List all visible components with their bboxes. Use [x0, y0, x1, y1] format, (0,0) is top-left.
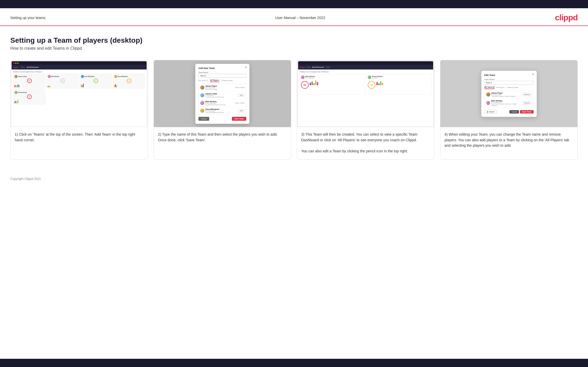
filter-label: Filter by name: [506, 87, 518, 88]
edit-player-info: Blair McHarg Plus HandicapRoyal North De…: [486, 100, 523, 106]
edit-team-name-label: Team Name *: [484, 78, 534, 80]
player-row: Blair McHarg Plus HandicapRoyal North De…: [199, 99, 246, 107]
trash-icon: 🗑: [487, 111, 489, 113]
player-info: Adrian Player Plus HandicapThe Shire Lon…: [200, 85, 218, 90]
edit-player-avatar: [486, 92, 490, 97]
edit-player-row: Adrian Player Plus HandicapThe Shire Lon…: [485, 91, 533, 99]
card-1: clippd Home My Performance Finding 5 out…: [10, 60, 148, 160]
card-1-text: 1) Click on 'Teams' at the top of the sc…: [15, 132, 144, 143]
edit-player-avatar: [486, 101, 490, 105]
page-title: Setting up a Team of players (desktop): [10, 36, 578, 45]
remove-player-button[interactable]: Remove: [522, 101, 532, 104]
edit-modal-footer: 🗑 Delete Cancel Save Team: [484, 110, 534, 114]
screenshot-3: clippd Home My Performance Teams Finding…: [297, 60, 434, 127]
save-team-button[interactable]: Save Team: [520, 110, 533, 113]
all-players-tab[interactable]: All Players: [496, 86, 505, 89]
edit-modal-title: Edit Team: [484, 74, 534, 76]
page-subtitle: How to create and edit Teams in Clippd: [10, 46, 578, 51]
my-team-tab[interactable]: My Team (2): [198, 80, 208, 82]
add-player-button[interactable]: Add: [238, 94, 245, 97]
edit-player-club: Plus HandicapThe Shire London, United Ki…: [491, 94, 516, 97]
edit-player-name: Adrian Player: [491, 92, 516, 94]
bottom-bar: [0, 359, 588, 367]
delete-button[interactable]: 🗑 Delete: [484, 110, 497, 114]
filter-checkbox[interactable]: [506, 87, 508, 88]
filter-tab[interactable]: Filter by name: [221, 80, 233, 81]
player-avatar: [200, 109, 204, 113]
player-info: Adrian Coliba 1 HandicapCentral London G…: [200, 93, 224, 98]
screenshot-1: clippd Home My Performance Finding 5 out…: [11, 60, 148, 127]
modal-tabs: My Team (2) All Players Filter by name: [198, 79, 246, 82]
player-info: Dave Billingham 5.5 HandicapThe Dog Magi…: [200, 108, 224, 113]
cards-row: clippd Home My Performance Finding 5 out…: [10, 60, 578, 160]
edit-player-info: Adrian Player Plus HandicapThe Shire Lon…: [486, 92, 516, 97]
close-icon[interactable]: ✕: [245, 66, 247, 69]
player-club: 1 HandicapCentral London Golf Centre: [205, 95, 224, 98]
player-list: Adrian Player Plus HandicapThe Shire Lon…: [198, 84, 246, 115]
player-name: Adrian Player: [205, 85, 218, 87]
header-center-text: User Manual – November 2022: [275, 16, 325, 20]
player-name: Dave Billingham: [205, 108, 224, 110]
player-name: Blair McHarg: [205, 101, 225, 102]
add-team-modal: Add New Team ✕ Team Name * Team A My Tea…: [195, 64, 249, 124]
header-left-text: Setting up your teams: [10, 16, 45, 20]
card-2: Add New Team ✕ Team Name * Team A My Tea…: [154, 60, 291, 160]
header: Setting up your teams User Manual – Nove…: [0, 8, 588, 26]
player-added-status: Player Added: [235, 87, 245, 88]
copyright-text: Copyright Clippd 2021: [10, 177, 41, 181]
edit-team-name-input[interactable]: Team A: [484, 81, 534, 85]
remove-player-button[interactable]: Remove: [522, 93, 532, 96]
player-club: Plus HandicapRoyal North Devon Golf Club: [205, 102, 225, 106]
edit-footer-right: Cancel Save Team: [509, 110, 534, 113]
cancel-button[interactable]: Cancel: [198, 117, 209, 121]
edit-player-club: Plus HandicapRoyal North Devon Golf Club…: [491, 102, 522, 106]
screenshot-4: Edit Team ✕ Team Name * Team A My Team (…: [440, 60, 577, 127]
card-1-body: 1) Click on 'Teams' at the top of the sc…: [11, 127, 148, 159]
card-2-body: 2) Type the name of this Team and then s…: [154, 127, 291, 159]
edit-player-row: Blair McHarg Plus HandicapRoyal North De…: [485, 99, 533, 108]
edit-modal-tabs: My Team (2) All Players Filter by name: [484, 86, 534, 89]
card-4-text: 4) When editing your Team, you can chang…: [444, 132, 573, 148]
edit-player-list: Adrian Player Plus HandicapThe Shire Lon…: [484, 91, 534, 108]
player-info: Blair McHarg Plus HandicapRoyal North De…: [200, 101, 225, 106]
main-content: Setting up a Team of players (desktop) H…: [0, 26, 588, 175]
card-3-body: 3) This Team will then be created. You c…: [297, 127, 434, 159]
player-added-status: Player Added: [235, 102, 245, 104]
add-player-button[interactable]: Add: [238, 109, 245, 112]
team-name-label: Team Name *: [198, 72, 246, 73]
all-players-tab[interactable]: All Players: [210, 79, 219, 82]
clippd-logo: clippd: [555, 13, 578, 22]
modal-footer: Cancel Save Team: [198, 117, 246, 121]
card-2-text: 2) Type the name of this Team and then s…: [158, 132, 287, 143]
player-avatar: [200, 101, 204, 105]
top-bar: [0, 0, 588, 8]
save-team-button[interactable]: Save Team: [232, 117, 246, 121]
my-team-tab[interactable]: My Team (2): [484, 86, 495, 89]
player-avatar: [200, 85, 204, 90]
footer: Copyright Clippd 2021: [0, 175, 588, 185]
player-name: Adrian Coliba: [205, 93, 224, 95]
team-name-input[interactable]: Team A: [198, 74, 246, 78]
player-row: Dave Billingham 5.5 HandicapThe Dog Magi…: [199, 107, 246, 115]
close-icon[interactable]: ✕: [532, 73, 534, 76]
screenshot-2: Add New Team ✕ Team Name * Team A My Tea…: [154, 60, 291, 127]
player-row: Adrian Player Plus HandicapThe Shire Lon…: [199, 84, 246, 92]
cancel-button[interactable]: Cancel: [509, 110, 519, 113]
card-3: clippd Home My Performance Teams Finding…: [297, 60, 434, 160]
player-club: 5.5 HandicapThe Dog Maging Golf Club: [205, 110, 224, 113]
card-4-body: 4) When editing your Team, you can chang…: [440, 127, 577, 159]
filter-checkbox: [221, 80, 222, 81]
player-club: Plus HandicapThe Shire London: [205, 87, 218, 90]
card-3-text: 3) This Team will then be created. You c…: [301, 132, 430, 154]
card-4: Edit Team ✕ Team Name * Team A My Team (…: [440, 60, 578, 160]
edit-player-name: Blair McHarg: [491, 100, 522, 102]
edit-team-modal: Edit Team ✕ Team Name * Team A My Team (…: [481, 71, 537, 117]
modal-title: Add New Team: [198, 67, 246, 69]
player-row: Adrian Coliba 1 HandicapCentral London G…: [199, 92, 246, 99]
player-avatar: [200, 93, 204, 97]
